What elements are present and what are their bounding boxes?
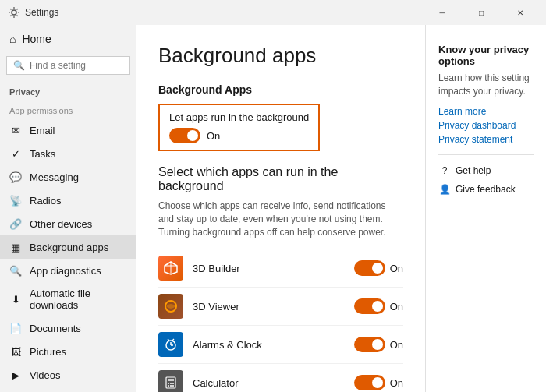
- svg-rect-11: [168, 379, 174, 381]
- get-help-action[interactable]: ? Get help: [438, 164, 534, 177]
- app-item-calculator: Calculator On: [158, 364, 403, 392]
- app-item-alarms: Alarms & Clock On: [158, 326, 403, 364]
- sidebar-item-messaging[interactable]: 💬 Messaging: [0, 165, 136, 189]
- app-toggle-row-3dbuilder: On: [354, 260, 403, 276]
- minimize-button[interactable]: ─: [424, 0, 460, 25]
- app-toggle-alarms[interactable]: [354, 337, 385, 352]
- toggle-box-label: Let apps run in the background: [169, 111, 309, 123]
- svg-point-14: [172, 383, 174, 384]
- app-toggle-3dviewer[interactable]: [354, 298, 385, 314]
- app-toggle-calculator[interactable]: [354, 375, 385, 390]
- sidebar-item-label: Messaging: [30, 171, 79, 183]
- app-name-3dbuilder: 3D Builder: [193, 263, 345, 274]
- svg-point-12: [168, 383, 169, 384]
- sidebar-item-label: Email: [30, 125, 55, 136]
- sidebar-item-label: Background apps: [30, 242, 108, 253]
- svg-line-8: [168, 339, 169, 341]
- app-icon-alarms: [158, 332, 183, 357]
- titlebar-title: Settings: [25, 7, 424, 18]
- give-feedback-icon: 👤: [438, 183, 451, 196]
- svg-point-0: [12, 10, 16, 15]
- pictures-icon: 🖼: [9, 345, 22, 358]
- svg-point-13: [170, 383, 172, 384]
- sidebar-item-documents[interactable]: 📄 Documents: [0, 316, 136, 340]
- app-diagnostics-icon: 🔍: [9, 264, 22, 277]
- home-label: Home: [22, 33, 51, 45]
- messaging-icon: 💬: [9, 171, 22, 183]
- sidebar-item-label: Radios: [30, 195, 61, 207]
- sidebar-item-label: Other devices: [30, 218, 92, 230]
- svg-line-9: [172, 339, 174, 341]
- sidebar-item-label: Videos: [30, 369, 61, 381]
- app-name-3dviewer: 3D Viewer: [193, 301, 345, 313]
- sidebar-item-label: Pictures: [30, 346, 66, 358]
- main-toggle-row: On: [169, 128, 309, 143]
- main-content: Background apps Background Apps Let apps…: [136, 25, 425, 392]
- background-apps-icon: ▦: [9, 241, 22, 253]
- videos-icon: ▶: [9, 369, 22, 381]
- app-item-3dviewer: 3D Viewer On: [158, 288, 403, 326]
- app-container: ⌂ Home 🔍 Privacy App permissions ✉ Email…: [0, 25, 546, 392]
- close-button[interactable]: ✕: [502, 0, 538, 25]
- sidebar-item-auto-downloads[interactable]: ⬇ Automatic file downloads: [0, 282, 136, 316]
- app-name-alarms: Alarms & Clock: [193, 339, 345, 351]
- give-feedback-action[interactable]: 👤 Give feedback: [438, 183, 534, 196]
- tasks-icon: ✓: [9, 147, 22, 160]
- get-help-icon: ?: [438, 164, 451, 177]
- app-permissions-label: App permissions: [0, 100, 136, 118]
- sidebar-item-email[interactable]: ✉ Email: [0, 118, 136, 142]
- get-help-label: Get help: [456, 165, 491, 176]
- privacy-statement-link[interactable]: Privacy statement: [438, 134, 534, 145]
- search-box[interactable]: 🔍: [6, 56, 130, 75]
- sidebar-item-radios[interactable]: 📡 Radios: [0, 189, 136, 212]
- search-input[interactable]: [30, 60, 136, 71]
- privacy-dashboard-link[interactable]: Privacy dashboard: [438, 120, 534, 131]
- app-icon-3dviewer: [158, 294, 183, 319]
- radios-icon: 📡: [9, 194, 22, 207]
- learn-more-link[interactable]: Learn more: [438, 106, 534, 117]
- background-apps-toggle-box: Let apps run in the background On: [158, 104, 320, 151]
- app-icon-3dbuilder: [158, 256, 183, 281]
- select-section-title: Select which apps can run in the backgro…: [158, 165, 403, 193]
- app-toggle-state-calculator: On: [390, 377, 403, 389]
- app-toggle-state-3dbuilder: On: [390, 263, 403, 274]
- sidebar-home[interactable]: ⌂ Home: [0, 25, 136, 53]
- sidebar-item-file-system[interactable]: 📁 File system: [0, 387, 136, 392]
- sidebar-item-tasks[interactable]: ✓ Tasks: [0, 142, 136, 165]
- section-title: Background Apps: [158, 83, 403, 96]
- main-toggle[interactable]: [169, 128, 200, 143]
- sidebar-item-label: Tasks: [30, 148, 55, 160]
- sidebar-item-videos[interactable]: ▶ Videos: [0, 363, 136, 387]
- app-toggle-row-3dviewer: On: [354, 298, 403, 314]
- page-title: Background apps: [158, 44, 403, 68]
- home-icon: ⌂: [9, 33, 16, 45]
- svg-point-15: [168, 385, 169, 387]
- titlebar-controls: ─ □ ✕: [424, 0, 538, 25]
- email-icon: ✉: [9, 124, 22, 136]
- app-toggle-state-alarms: On: [390, 339, 403, 351]
- app-toggle-row-alarms: On: [354, 337, 403, 352]
- sidebar: ⌂ Home 🔍 Privacy App permissions ✉ Email…: [0, 25, 136, 392]
- sidebar-item-label: Automatic file downloads: [30, 288, 127, 311]
- sidebar-item-app-diagnostics[interactable]: 🔍 App diagnostics: [0, 259, 136, 282]
- right-panel-desc: Learn how this setting impacts your priv…: [438, 72, 534, 98]
- sidebar-section-label: Privacy: [0, 83, 136, 100]
- maximize-button[interactable]: □: [463, 0, 499, 25]
- main-toggle-state: On: [207, 130, 220, 142]
- svg-point-17: [172, 385, 174, 387]
- settings-icon: [8, 6, 20, 19]
- sidebar-item-background-apps[interactable]: ▦ Background apps: [0, 235, 136, 259]
- other-devices-icon: 🔗: [9, 217, 22, 230]
- sidebar-item-label: App diagnostics: [30, 265, 101, 277]
- app-icon-calculator: [158, 370, 183, 392]
- app-toggle-row-calculator: On: [354, 375, 403, 390]
- sidebar-item-other-devices[interactable]: 🔗 Other devices: [0, 212, 136, 235]
- app-list: 3D Builder On 3D Viewer On: [158, 249, 403, 392]
- app-name-calculator: Calculator: [193, 377, 345, 389]
- right-panel: Know your privacy options Learn how this…: [425, 25, 546, 392]
- svg-point-16: [170, 385, 172, 387]
- search-icon: 🔍: [13, 60, 25, 71]
- app-toggle-3dbuilder[interactable]: [354, 260, 385, 276]
- sidebar-item-pictures[interactable]: 🖼 Pictures: [0, 340, 136, 363]
- right-panel-divider: [438, 154, 534, 155]
